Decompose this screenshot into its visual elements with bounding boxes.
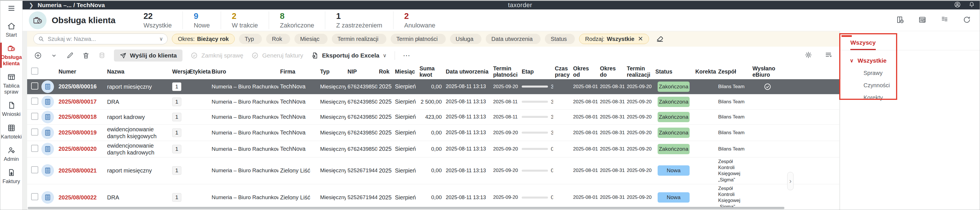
filter-chip[interactable]: Data utworzenia xyxy=(486,34,541,44)
sidebar-item-tablica-spraw[interactable]: Tablica spraw xyxy=(0,70,22,98)
filter-chip[interactable]: Usługa xyxy=(450,34,481,44)
more-actions-button[interactable]: ⋯ xyxy=(403,51,411,60)
clear-filters-eraser-icon[interactable] xyxy=(655,34,664,44)
column-header[interactable]: Status xyxy=(654,67,694,75)
breadcrumb-expand-icon[interactable]: ❯ xyxy=(29,2,34,9)
column-header[interactable]: Wysłano eBiuro xyxy=(751,64,784,79)
row-checkbox[interactable] xyxy=(27,81,40,92)
column-header[interactable]: Wersja xyxy=(170,67,188,75)
stat-new[interactable]: 9Nowe xyxy=(183,11,220,29)
column-header[interactable]: Miesiąc xyxy=(393,67,418,75)
export-excel-button[interactable]: Eksportuj do Excela ∨ xyxy=(311,52,387,59)
filter-chip[interactable]: Termin płatności xyxy=(391,34,446,44)
case-number-link[interactable]: 2025/08/00021 xyxy=(57,166,105,175)
filter-chip[interactable]: Typ xyxy=(239,34,262,44)
close-case-button[interactable]: Zamknij sprawę xyxy=(191,52,243,59)
tree-chevron-down-icon[interactable]: ∨ xyxy=(850,58,853,64)
filter-chip[interactable]: Okres:Bieżący rok xyxy=(172,34,235,44)
stat-in-progress[interactable]: 2W trakcie xyxy=(221,11,269,29)
tree-item[interactable]: Czynności xyxy=(864,82,980,89)
stat-done[interactable]: 8Zakończone xyxy=(269,11,325,29)
sidebar-item-kartoteki[interactable]: Kartoteki xyxy=(0,121,22,142)
case-number-link[interactable]: 2025/08/00017 xyxy=(57,97,105,106)
row-checkbox[interactable] xyxy=(27,112,40,122)
row-checkbox[interactable] xyxy=(27,192,40,203)
edit-pencil-button[interactable] xyxy=(66,51,74,59)
column-header[interactable]: Biuro xyxy=(210,67,278,75)
breadcrumb[interactable]: ❯ Numeria –... / TechNova xyxy=(29,2,105,9)
column-header[interactable]: Nazwa xyxy=(105,67,170,75)
column-header[interactable]: Czas pracy xyxy=(553,64,571,79)
tree-item[interactable]: Korekty xyxy=(864,95,980,101)
stack-coins-button[interactable] xyxy=(98,51,106,59)
filter-chip[interactable]: Termin realizacji xyxy=(332,34,387,44)
column-header[interactable]: Okres do xyxy=(598,64,625,79)
sidebar-item-start[interactable]: Start xyxy=(0,19,22,40)
sidebar-item-obsluga-klienta[interactable]: Obsługa klienta xyxy=(0,42,22,69)
column-header[interactable]: Numer xyxy=(57,67,105,75)
column-header[interactable]: Rok xyxy=(377,67,393,75)
row-checkbox[interactable] xyxy=(27,165,40,176)
column-header[interactable]: Typ xyxy=(318,67,346,75)
filter-chip[interactable]: Status xyxy=(545,34,575,44)
column-header[interactable]: NIP xyxy=(346,67,377,75)
hamburger-menu-icon[interactable] xyxy=(6,3,17,14)
filter-chip[interactable]: Rok xyxy=(266,34,290,44)
table-row[interactable]: 2025/08/00021 raport miesięczny 1 Numeri… xyxy=(27,157,839,184)
table-row[interactable]: 2025/08/00019 ewidencjonowanie danych ks… xyxy=(27,125,839,141)
chevron-down-icon[interactable]: ∨ xyxy=(159,36,163,42)
column-header[interactable]: Zespół xyxy=(716,67,751,75)
column-header[interactable]: Data utworzenia xyxy=(444,67,492,75)
add-button[interactable] xyxy=(34,51,42,59)
tree-root-wszystkie[interactable]: ∨ Wszystkie xyxy=(850,57,980,64)
tab-wszyscy[interactable]: Wszyscy xyxy=(850,39,876,50)
refresh-icon[interactable] xyxy=(963,16,971,25)
case-number-link[interactable]: 2025/08/00020 xyxy=(57,144,105,153)
column-header[interactable]: Termin realizacji xyxy=(625,64,654,79)
notifications-bell-icon[interactable] xyxy=(968,1,975,9)
user-avatar-icon[interactable] xyxy=(954,1,961,9)
documents-clock-icon[interactable] xyxy=(896,16,904,25)
table-row[interactable]: 2025/08/00020 ewidencjonowanie danych ka… xyxy=(27,141,839,157)
row-checkbox[interactable] xyxy=(27,96,40,107)
case-number-link[interactable]: 2025/08/00022 xyxy=(57,193,105,202)
case-number-link[interactable]: 2025/08/00016 xyxy=(57,82,105,91)
table-row[interactable]: 2025/08/00017 DRA 1 Numeria – Biuro Rach… xyxy=(27,95,839,110)
column-header[interactable]: Firma xyxy=(278,67,318,75)
settings-gear-icon[interactable] xyxy=(804,51,812,60)
search-input[interactable]: Szukaj w: Nazwa... ∨ xyxy=(33,34,168,44)
row-checkbox[interactable] xyxy=(27,144,40,154)
column-header[interactable]: Etap xyxy=(520,67,553,75)
stat-all[interactable]: 22Wszystkie xyxy=(132,11,183,29)
case-number-link[interactable]: 2025/08/00019 xyxy=(57,128,105,137)
column-header[interactable]: Termin płatności xyxy=(492,64,520,79)
delete-trash-button[interactable] xyxy=(82,51,90,59)
column-header[interactable]: Suma kwot xyxy=(418,64,444,79)
column-header[interactable]: Korekta xyxy=(694,67,716,75)
horizontal-scrollbar[interactable] xyxy=(28,207,784,209)
panel-collapse-handle[interactable]: › xyxy=(787,172,794,190)
table-row[interactable]: 2025/08/00022 DRA 1 Numeria – Biuro Rach… xyxy=(27,184,839,210)
view-options-icon[interactable] xyxy=(824,51,832,60)
column-header[interactable]: Etykieta xyxy=(188,67,210,75)
add-chevron-down-icon[interactable] xyxy=(50,51,58,59)
table-row[interactable]: 2025/08/00016 raport miesięczny 1 Numeri… xyxy=(27,79,839,95)
list-clock-icon[interactable] xyxy=(918,16,927,25)
send-to-client-button[interactable]: Wyślij do klienta xyxy=(114,50,183,61)
column-header[interactable]: Okres od xyxy=(571,64,598,79)
tree-item[interactable]: Sprawy xyxy=(864,70,980,76)
sidebar-item-admin[interactable]: Admin xyxy=(0,143,22,165)
filter-chip[interactable]: Miesiąc xyxy=(294,34,328,44)
filter-chip[interactable]: Rodzaj:Wszystkie✕ xyxy=(579,34,649,44)
sidebar-item-wnioski[interactable]: Wnioski xyxy=(0,98,22,120)
chip-close-icon[interactable]: ✕ xyxy=(638,35,643,43)
table-row[interactable]: 2025/08/00018 raport kadrowy 1 Numeria –… xyxy=(27,110,839,125)
sidebar-item-faktury[interactable]: Faktury xyxy=(0,166,22,187)
hierarchy-list-icon[interactable] xyxy=(940,16,949,25)
stat-reservation[interactable]: 1Z zastrzeżeniem xyxy=(325,11,393,29)
select-all-checkbox[interactable] xyxy=(27,67,40,77)
stat-cancelled[interactable]: 2Anulowane xyxy=(393,11,446,29)
case-number-link[interactable]: 2025/08/00018 xyxy=(57,112,105,121)
row-checkbox[interactable] xyxy=(27,127,40,138)
generate-invoices-button[interactable]: Generuj faktury xyxy=(251,52,303,59)
